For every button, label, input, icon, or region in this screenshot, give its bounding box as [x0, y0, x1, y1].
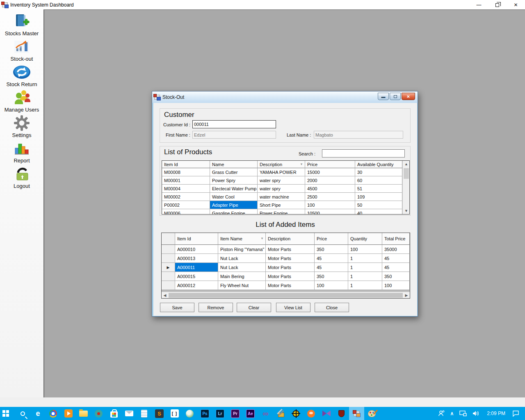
grid-cell[interactable]: Grass Cutter: [210, 168, 258, 176]
action-center-icon[interactable]: [509, 407, 525, 420]
inventory-app-icon[interactable]: [349, 407, 364, 420]
row-header-cell[interactable]: [162, 281, 175, 290]
first-name-input[interactable]: [192, 131, 276, 139]
dialog-close-button[interactable]: ✕: [402, 93, 415, 100]
brackets-icon[interactable]: [ ]: [167, 407, 182, 420]
column-header[interactable]: Quantity: [348, 233, 382, 245]
row-header-cell[interactable]: [162, 233, 175, 245]
grid-cell[interactable]: 2000: [305, 176, 355, 185]
added-hscrollbar[interactable]: ◀ ▶: [162, 292, 410, 298]
after-effects-icon[interactable]: Ae: [243, 407, 258, 420]
column-header[interactable]: Name: [210, 161, 258, 168]
grid-cell[interactable]: Water Cool: [210, 193, 258, 201]
grid-cell[interactable]: 1: [348, 263, 382, 272]
grid-cell[interactable]: 1: [348, 272, 382, 281]
crosshair-icon[interactable]: [288, 407, 304, 420]
grid-cell[interactable]: Motor Parts: [266, 281, 315, 290]
grid-cell[interactable]: Power Engine: [258, 209, 305, 215]
grid-cell[interactable]: Power Spry: [210, 176, 258, 185]
grid-cell[interactable]: 350: [382, 272, 410, 281]
start-icon[interactable]: [0, 407, 15, 420]
grid-cell[interactable]: 15000: [305, 168, 355, 176]
notepad-icon[interactable]: [137, 407, 152, 420]
close-button[interactable]: ✕: [507, 0, 525, 9]
grid-cell[interactable]: Main Bering: [218, 272, 266, 281]
column-header[interactable]: Price: [305, 161, 355, 168]
customer-id-input[interactable]: [192, 120, 276, 128]
scroll-down-icon[interactable]: ▼: [403, 208, 410, 214]
row-header-cell[interactable]: [162, 245, 175, 254]
grid-cell[interactable]: M00001: [162, 176, 210, 185]
grid-cell[interactable]: water spry: [258, 176, 305, 185]
grid-cell[interactable]: 100: [315, 281, 348, 290]
column-header[interactable]: Item Id: [175, 233, 218, 245]
grid-cell[interactable]: 45: [382, 263, 410, 272]
grid-cell[interactable]: 50: [355, 201, 402, 209]
column-header[interactable]: Item Name▼: [218, 233, 266, 245]
mail-icon[interactable]: [121, 407, 137, 420]
grid-cell[interactable]: Fly Wheel Nut: [218, 281, 266, 290]
dialog-titlebar[interactable]: Stock-Out ▬ ✕: [152, 91, 418, 103]
dialog-maximize-button[interactable]: [390, 93, 401, 100]
sidebar-item-stock-return[interactable]: Stock Return: [0, 64, 43, 89]
search-input[interactable]: [322, 149, 405, 158]
grid-cell[interactable]: Piston Ring "Yamana": [218, 245, 266, 254]
grid-cell[interactable]: 45: [315, 254, 348, 263]
antivirus-icon[interactable]: [334, 407, 349, 420]
current-row-indicator[interactable]: ▶: [162, 263, 175, 272]
grid-cell[interactable]: Electecal Water Pump: [210, 185, 258, 193]
grid-cell[interactable]: water machine: [258, 193, 305, 201]
grid-cell[interactable]: YAMAHA POWER: [258, 168, 305, 176]
grid-cell[interactable]: 100: [348, 245, 382, 254]
config-tool-icon[interactable]: [273, 407, 288, 420]
grid-cell[interactable]: 51: [355, 185, 402, 193]
column-header[interactable]: Total Price: [382, 233, 410, 245]
grid-cell[interactable]: 30: [355, 168, 402, 176]
last-name-input[interactable]: [314, 131, 403, 139]
clock[interactable]: 2:09 PM: [483, 411, 509, 416]
clear-button[interactable]: Clear: [237, 303, 271, 312]
grid-cell[interactable]: Motor Parts: [266, 254, 315, 263]
chrome-icon[interactable]: [46, 407, 61, 420]
grid-cell[interactable]: 2500: [305, 193, 355, 201]
grid-cell[interactable]: 1: [348, 281, 382, 290]
grid-cell[interactable]: 1: [348, 254, 382, 263]
sidebar-item-stock-out[interactable]: Stock-out: [0, 38, 43, 64]
grid-cell[interactable]: 350: [315, 272, 348, 281]
grid-cell[interactable]: M00008: [162, 168, 210, 176]
remove-button[interactable]: Remove: [199, 303, 233, 312]
grid-cell[interactable]: 35000: [382, 245, 410, 254]
added-hscroll-thumb[interactable]: [169, 293, 403, 298]
products-vscroll-thumb[interactable]: [404, 168, 409, 179]
column-header[interactable]: Description▼: [258, 161, 305, 168]
column-header[interactable]: Description: [266, 233, 315, 245]
blend-icon[interactable]: [319, 407, 334, 420]
sidebar-item-logout[interactable]: Logout: [0, 165, 43, 191]
grid-cell[interactable]: A000011: [175, 263, 218, 272]
xampp-icon[interactable]: [304, 407, 319, 420]
column-header[interactable]: Item Id: [162, 161, 210, 168]
sidebar-item-manage-users[interactable]: Manage Users: [0, 89, 43, 114]
grid-cell[interactable]: 100: [305, 201, 355, 209]
scroll-left-icon[interactable]: ◀: [162, 292, 168, 299]
gimp-icon[interactable]: [182, 407, 197, 420]
search-icon[interactable]: [15, 407, 30, 420]
grid-cell[interactable]: 100: [382, 281, 410, 290]
close-dialog-button[interactable]: Close: [315, 303, 349, 312]
restore-button[interactable]: [488, 0, 507, 9]
grid-cell[interactable]: 40: [355, 209, 402, 215]
grid-cell[interactable]: A000010: [175, 245, 218, 254]
grid-cell[interactable]: Nut Lack: [218, 263, 266, 272]
premiere-icon[interactable]: Pr: [228, 407, 243, 420]
network-icon[interactable]: [457, 407, 470, 420]
sidebar-item-report[interactable]: Report: [0, 140, 43, 165]
grid-cell[interactable]: 10500: [305, 209, 355, 215]
volume-icon[interactable]: [470, 407, 483, 420]
scroll-up-icon[interactable]: ▲: [403, 161, 410, 167]
view-list-button[interactable]: View List: [276, 303, 310, 312]
grid-cell[interactable]: A000013: [175, 254, 218, 263]
visual-studio-icon[interactable]: ∞: [258, 407, 273, 420]
grid-cell[interactable]: 45: [315, 263, 348, 272]
grid-cell[interactable]: 45: [382, 254, 410, 263]
sidebar-item-stocks-master[interactable]: Stocks Master: [0, 13, 43, 38]
